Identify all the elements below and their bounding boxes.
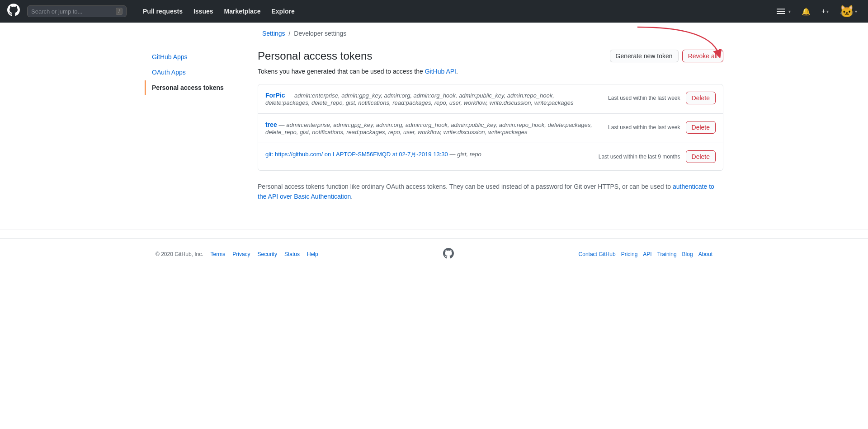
footer-link-status[interactable]: Status	[284, 251, 300, 257]
plus-icon: +	[821, 7, 826, 15]
footer-link-about[interactable]: About	[698, 251, 712, 257]
description-end: .	[456, 68, 458, 75]
sidebar: GitHub Apps OAuth Apps Personal access t…	[145, 50, 244, 202]
slash-shortcut: /	[116, 8, 123, 15]
search-input[interactable]	[31, 8, 112, 15]
token-last-used-git: Last used within the last 9 months	[599, 154, 680, 160]
red-arrow-svg	[628, 23, 728, 68]
nav-pull-requests[interactable]: Pull requests	[137, 4, 188, 19]
token-meta-tree: Last used within the last week Delete	[608, 121, 716, 134]
github-api-link[interactable]: GitHub API	[425, 68, 456, 75]
token-last-used-tree: Last used within the last week	[608, 124, 680, 131]
delete-token-forpic-button[interactable]: Delete	[686, 92, 716, 104]
token-item-forpic: ForPic — admin:enterprise, admin:gpg_key…	[258, 84, 723, 114]
main-container: GitHub Apps OAuth Apps Personal access t…	[145, 41, 723, 211]
footer-note: Personal access tokens function like ord…	[258, 182, 723, 202]
notifications-btn[interactable]: 🔔	[798, 5, 814, 18]
token-scopes-tree: — admin:enterprise, admin:gpg_key, admin…	[265, 121, 592, 135]
token-name-row-git: git: https://github.com/ on LAPTOP-SM56E…	[265, 150, 590, 159]
github-logo[interactable]	[7, 4, 20, 19]
page-title: Personal access tokens	[258, 50, 372, 62]
sidebar-item-oauth-apps[interactable]: OAuth Apps	[145, 65, 235, 79]
token-name-forpic[interactable]: ForPic	[265, 92, 285, 99]
nav-issues[interactable]: Issues	[188, 4, 219, 19]
footer-link-terms[interactable]: Terms	[211, 251, 226, 257]
footer-link-privacy[interactable]: Privacy	[232, 251, 250, 257]
breadcrumb-current: Developer settings	[294, 30, 346, 37]
hamburger-icon	[774, 6, 788, 17]
search-box[interactable]: /	[27, 5, 127, 17]
footer-link-api[interactable]: API	[643, 251, 651, 257]
nav-marketplace[interactable]: Marketplace	[219, 4, 266, 19]
footer-note-end: .	[351, 193, 353, 200]
token-name-row: ForPic — admin:enterprise, admin:gpg_key…	[265, 92, 599, 106]
token-info-tree: tree — admin:enterprise, admin:gpg_key, …	[265, 121, 608, 135]
footer-right: Contact GitHub Pricing API Training Blog…	[579, 251, 712, 257]
token-last-used-forpic: Last used within the last week	[608, 95, 680, 101]
content-area: Personal access tokens Generate new toke…	[244, 50, 723, 202]
avatar-btn[interactable]: 🐱 ▾	[836, 3, 861, 20]
header-right: ▾ 🔔 + ▾ 🐱 ▾	[770, 3, 861, 20]
token-meta-forpic: Last used within the last week Delete	[608, 92, 716, 104]
footer-link-contact-github[interactable]: Contact GitHub	[579, 251, 616, 257]
hamburger-menu-btn[interactable]: ▾	[770, 4, 794, 19]
token-scopes-forpic: — admin:enterprise, admin:gpg_key, admin…	[265, 92, 573, 106]
footer-divider	[0, 229, 868, 229]
main-nav: Pull requests Issues Marketplace Explore	[137, 4, 300, 19]
token-name-row-tree: tree — admin:enterprise, admin:gpg_key, …	[265, 121, 599, 135]
avatar: 🐱	[840, 5, 854, 19]
token-list: ForPic — admin:enterprise, admin:gpg_key…	[258, 84, 723, 171]
token-name-tree[interactable]: tree	[265, 121, 277, 128]
token-item-git: git: https://github.com/ on LAPTOP-SM56E…	[258, 143, 723, 170]
new-item-btn[interactable]: + ▾	[818, 5, 832, 17]
bell-icon: 🔔	[802, 7, 811, 16]
footer-logo	[443, 248, 454, 261]
token-name-git[interactable]: git: https://github.com/ on LAPTOP-SM56E…	[265, 151, 448, 158]
sidebar-item-personal-access-tokens[interactable]: Personal access tokens	[145, 80, 235, 95]
breadcrumb-settings-link[interactable]: Settings	[262, 30, 285, 37]
delete-token-tree-button[interactable]: Delete	[686, 121, 716, 134]
delete-token-git-button[interactable]: Delete	[686, 150, 716, 163]
page-description: Tokens you have generated that can be us…	[258, 68, 723, 75]
nav-explore[interactable]: Explore	[266, 4, 300, 19]
footer-left: © 2020 GitHub, Inc. Terms Privacy Securi…	[156, 251, 318, 257]
token-info-forpic: ForPic — admin:enterprise, admin:gpg_key…	[265, 92, 608, 106]
sidebar-item-github-apps[interactable]: GitHub Apps	[145, 50, 235, 64]
copyright: © 2020 GitHub, Inc.	[156, 251, 203, 257]
token-scopes-git: — gist, repo	[450, 151, 481, 158]
footer-note-text: Personal access tokens function like ord…	[258, 183, 673, 190]
footer-inner: © 2020 GitHub, Inc. Terms Privacy Securi…	[145, 248, 723, 261]
footer-link-security[interactable]: Security	[258, 251, 277, 257]
breadcrumb-separator: /	[288, 30, 290, 37]
footer-link-pricing[interactable]: Pricing	[621, 251, 638, 257]
token-info-git: git: https://github.com/ on LAPTOP-SM56E…	[265, 150, 599, 159]
site-footer: © 2020 GitHub, Inc. Terms Privacy Securi…	[0, 238, 868, 270]
token-meta-git: Last used within the last 9 months Delet…	[599, 150, 716, 163]
footer-link-blog[interactable]: Blog	[682, 251, 693, 257]
site-header: / Pull requests Issues Marketplace Explo…	[0, 0, 868, 23]
footer-link-help[interactable]: Help	[307, 251, 318, 257]
description-text: Tokens you have generated that can be us…	[258, 68, 425, 75]
token-item-tree: tree — admin:enterprise, admin:gpg_key, …	[258, 114, 723, 143]
footer-link-training[interactable]: Training	[657, 251, 677, 257]
